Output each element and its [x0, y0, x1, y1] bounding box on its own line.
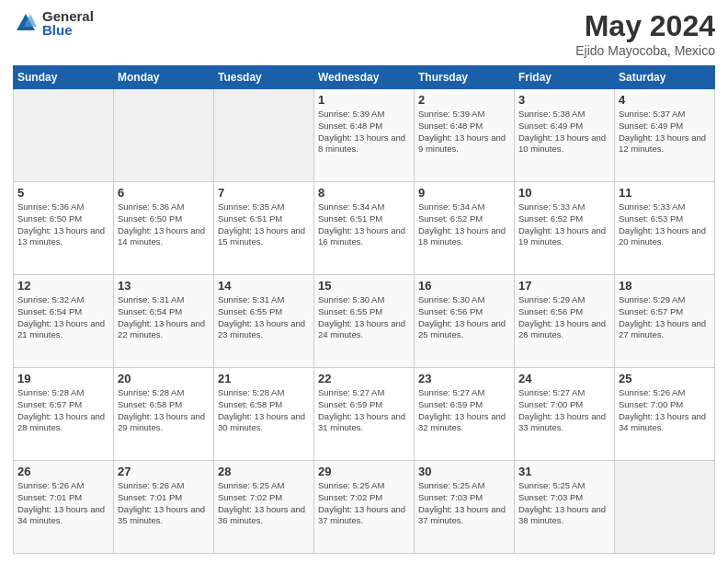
table-row: [615, 461, 715, 554]
table-row: 5Sunrise: 5:36 AM Sunset: 6:50 PM Daylig…: [14, 182, 114, 275]
cell-info-text: Sunrise: 5:30 AM Sunset: 6:56 PM Dayligh…: [418, 294, 510, 341]
cell-info-text: Sunrise: 5:32 AM Sunset: 6:54 PM Dayligh…: [17, 294, 109, 341]
table-row: 24Sunrise: 5:27 AM Sunset: 7:00 PM Dayli…: [515, 368, 615, 461]
cell-day-number: 12: [17, 279, 109, 293]
cell-info-text: Sunrise: 5:25 AM Sunset: 7:02 PM Dayligh…: [318, 480, 410, 527]
table-row: 21Sunrise: 5:28 AM Sunset: 6:58 PM Dayli…: [214, 368, 314, 461]
cell-info-text: Sunrise: 5:26 AM Sunset: 7:01 PM Dayligh…: [118, 480, 210, 527]
logo-icon: [13, 10, 39, 36]
cell-info-text: Sunrise: 5:28 AM Sunset: 6:57 PM Dayligh…: [17, 387, 109, 434]
cell-day-number: 2: [418, 93, 510, 107]
cell-day-number: 14: [218, 279, 310, 293]
cell-day-number: 16: [418, 279, 510, 293]
cell-day-number: 20: [118, 372, 210, 385]
cell-info-text: Sunrise: 5:25 AM Sunset: 7:03 PM Dayligh…: [518, 480, 610, 527]
calendar-week-row: 1Sunrise: 5:39 AM Sunset: 6:48 PM Daylig…: [14, 89, 715, 182]
calendar-week-row: 19Sunrise: 5:28 AM Sunset: 6:57 PM Dayli…: [14, 368, 715, 461]
cell-day-number: 11: [619, 186, 711, 200]
table-row: [214, 89, 314, 182]
table-row: 2Sunrise: 5:39 AM Sunset: 6:48 PM Daylig…: [415, 89, 515, 182]
calendar-table: Sunday Monday Tuesday Wednesday Thursday…: [13, 65, 715, 554]
header-monday: Monday: [114, 66, 214, 89]
logo-blue-text: Blue: [42, 23, 94, 37]
header-tuesday: Tuesday: [214, 66, 314, 89]
header-wednesday: Wednesday: [314, 66, 415, 89]
cell-day-number: 30: [418, 465, 510, 478]
cell-info-text: Sunrise: 5:25 AM Sunset: 7:02 PM Dayligh…: [218, 480, 310, 527]
cell-day-number: 28: [218, 465, 310, 478]
cell-info-text: Sunrise: 5:28 AM Sunset: 6:58 PM Dayligh…: [218, 387, 310, 434]
cell-info-text: Sunrise: 5:30 AM Sunset: 6:55 PM Dayligh…: [318, 294, 410, 341]
table-row: 14Sunrise: 5:31 AM Sunset: 6:55 PM Dayli…: [214, 275, 314, 368]
cell-info-text: Sunrise: 5:34 AM Sunset: 6:52 PM Dayligh…: [418, 201, 510, 248]
table-row: 16Sunrise: 5:30 AM Sunset: 6:56 PM Dayli…: [415, 275, 515, 368]
table-row: 19Sunrise: 5:28 AM Sunset: 6:57 PM Dayli…: [14, 368, 114, 461]
cell-info-text: Sunrise: 5:31 AM Sunset: 6:54 PM Dayligh…: [118, 294, 210, 341]
table-row: 4Sunrise: 5:37 AM Sunset: 6:49 PM Daylig…: [615, 89, 715, 182]
cell-info-text: Sunrise: 5:38 AM Sunset: 6:49 PM Dayligh…: [518, 109, 610, 155]
cell-day-number: 4: [619, 93, 711, 107]
cell-info-text: Sunrise: 5:39 AM Sunset: 6:48 PM Dayligh…: [318, 109, 410, 155]
cell-info-text: Sunrise: 5:27 AM Sunset: 7:00 PM Dayligh…: [518, 387, 610, 434]
cell-day-number: 10: [518, 186, 610, 200]
table-row: 12Sunrise: 5:32 AM Sunset: 6:54 PM Dayli…: [14, 275, 114, 368]
main-title: May 2024: [575, 9, 715, 43]
cell-info-text: Sunrise: 5:25 AM Sunset: 7:03 PM Dayligh…: [418, 480, 510, 527]
table-row: 15Sunrise: 5:30 AM Sunset: 6:55 PM Dayli…: [314, 275, 415, 368]
cell-info-text: Sunrise: 5:26 AM Sunset: 7:00 PM Dayligh…: [619, 387, 711, 434]
table-row: 23Sunrise: 5:27 AM Sunset: 6:59 PM Dayli…: [415, 368, 515, 461]
subtitle: Ejido Mayocoba, Mexico: [575, 43, 715, 58]
table-row: 8Sunrise: 5:34 AM Sunset: 6:51 PM Daylig…: [314, 182, 415, 275]
table-row: 20Sunrise: 5:28 AM Sunset: 6:58 PM Dayli…: [114, 368, 214, 461]
cell-day-number: 17: [518, 279, 610, 293]
cell-info-text: Sunrise: 5:27 AM Sunset: 6:59 PM Dayligh…: [318, 387, 410, 434]
cell-day-number: 29: [318, 465, 410, 478]
table-row: 18Sunrise: 5:29 AM Sunset: 6:57 PM Dayli…: [615, 275, 715, 368]
header-thursday: Thursday: [415, 66, 515, 89]
cell-info-text: Sunrise: 5:33 AM Sunset: 6:52 PM Dayligh…: [518, 201, 610, 248]
cell-day-number: 9: [418, 186, 510, 200]
cell-info-text: Sunrise: 5:29 AM Sunset: 6:57 PM Dayligh…: [619, 294, 711, 341]
table-row: 17Sunrise: 5:29 AM Sunset: 6:56 PM Dayli…: [515, 275, 615, 368]
cell-day-number: 25: [619, 372, 711, 385]
cell-day-number: 19: [17, 372, 109, 385]
cell-day-number: 3: [518, 93, 610, 107]
cell-day-number: 31: [518, 465, 610, 478]
cell-info-text: Sunrise: 5:28 AM Sunset: 6:58 PM Dayligh…: [118, 387, 210, 434]
cell-info-text: Sunrise: 5:39 AM Sunset: 6:48 PM Dayligh…: [418, 109, 510, 155]
cell-day-number: 1: [318, 93, 410, 107]
table-row: 6Sunrise: 5:36 AM Sunset: 6:50 PM Daylig…: [114, 182, 214, 275]
table-row: 25Sunrise: 5:26 AM Sunset: 7:00 PM Dayli…: [615, 368, 715, 461]
table-row: 28Sunrise: 5:25 AM Sunset: 7:02 PM Dayli…: [214, 461, 314, 554]
cell-info-text: Sunrise: 5:36 AM Sunset: 6:50 PM Dayligh…: [17, 201, 109, 248]
table-row: 13Sunrise: 5:31 AM Sunset: 6:54 PM Dayli…: [114, 275, 214, 368]
table-row: 1Sunrise: 5:39 AM Sunset: 6:48 PM Daylig…: [314, 89, 415, 182]
cell-day-number: 5: [17, 186, 109, 200]
cell-day-number: 22: [318, 372, 410, 385]
cell-day-number: 7: [218, 186, 310, 200]
page: General Blue May 2024 Ejido Mayocoba, Me…: [0, 0, 728, 563]
cell-day-number: 13: [118, 279, 210, 293]
table-row: 29Sunrise: 5:25 AM Sunset: 7:02 PM Dayli…: [314, 461, 415, 554]
cell-info-text: Sunrise: 5:36 AM Sunset: 6:50 PM Dayligh…: [118, 201, 210, 248]
cell-info-text: Sunrise: 5:26 AM Sunset: 7:01 PM Dayligh…: [17, 480, 109, 527]
cell-day-number: 24: [518, 372, 610, 385]
cell-day-number: 21: [218, 372, 310, 385]
table-row: 3Sunrise: 5:38 AM Sunset: 6:49 PM Daylig…: [515, 89, 615, 182]
table-row: 11Sunrise: 5:33 AM Sunset: 6:53 PM Dayli…: [615, 182, 715, 275]
header: General Blue May 2024 Ejido Mayocoba, Me…: [13, 9, 715, 58]
cell-info-text: Sunrise: 5:34 AM Sunset: 6:51 PM Dayligh…: [318, 201, 410, 248]
table-row: 31Sunrise: 5:25 AM Sunset: 7:03 PM Dayli…: [515, 461, 615, 554]
logo: General Blue: [13, 9, 94, 37]
cell-info-text: Sunrise: 5:35 AM Sunset: 6:51 PM Dayligh…: [218, 201, 310, 248]
calendar-header-row: Sunday Monday Tuesday Wednesday Thursday…: [14, 66, 715, 89]
calendar-week-row: 26Sunrise: 5:26 AM Sunset: 7:01 PM Dayli…: [14, 461, 715, 554]
calendar-week-row: 12Sunrise: 5:32 AM Sunset: 6:54 PM Dayli…: [14, 275, 715, 368]
cell-day-number: 6: [118, 186, 210, 200]
logo-general-text: General: [42, 9, 94, 23]
calendar-week-row: 5Sunrise: 5:36 AM Sunset: 6:50 PM Daylig…: [14, 182, 715, 275]
cell-info-text: Sunrise: 5:29 AM Sunset: 6:56 PM Dayligh…: [518, 294, 610, 341]
cell-day-number: 8: [318, 186, 410, 200]
table-row: 26Sunrise: 5:26 AM Sunset: 7:01 PM Dayli…: [14, 461, 114, 554]
table-row: 9Sunrise: 5:34 AM Sunset: 6:52 PM Daylig…: [415, 182, 515, 275]
